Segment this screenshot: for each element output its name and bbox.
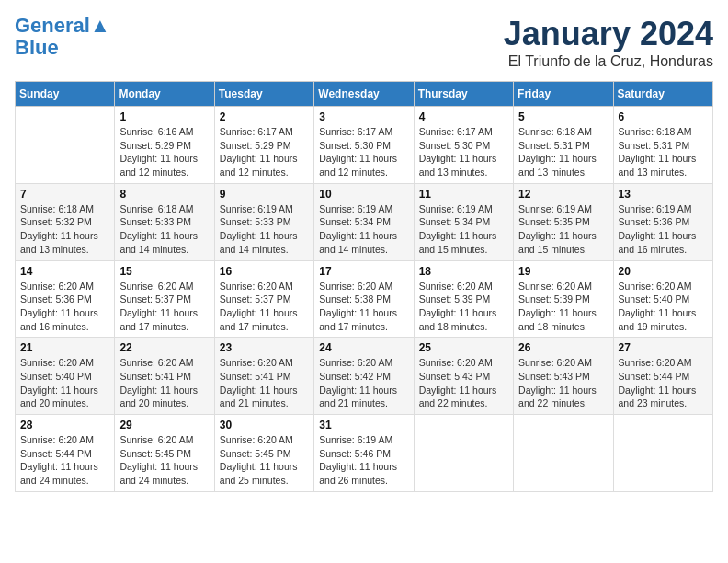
day-info: Sunrise: 6:19 AM Sunset: 5:35 PM Dayligh…: [518, 202, 608, 257]
day-number: 26: [518, 341, 608, 354]
calendar-cell: 12Sunrise: 6:19 AM Sunset: 5:35 PM Dayli…: [514, 183, 613, 260]
weekday-header: Tuesday: [214, 82, 313, 107]
month-title: January 2024: [504, 15, 713, 53]
day-info: Sunrise: 6:19 AM Sunset: 5:33 PM Dayligh…: [220, 202, 309, 257]
calendar-cell: 15Sunrise: 6:20 AM Sunset: 5:37 PM Dayli…: [115, 260, 214, 338]
calendar-cell: 8Sunrise: 6:18 AM Sunset: 5:33 PM Daylig…: [115, 183, 214, 260]
day-info: Sunrise: 6:20 AM Sunset: 5:36 PM Dayligh…: [20, 280, 109, 334]
calendar-body: 1Sunrise: 6:16 AM Sunset: 5:29 PM Daylig…: [16, 107, 713, 492]
day-info: Sunrise: 6:18 AM Sunset: 5:32 PM Dayligh…: [20, 202, 109, 257]
calendar-cell: [613, 415, 712, 492]
day-info: Sunrise: 6:20 AM Sunset: 5:37 PM Dayligh…: [119, 280, 209, 334]
calendar-cell: 26Sunrise: 6:20 AM Sunset: 5:43 PM Dayli…: [514, 338, 613, 415]
calendar-cell: 10Sunrise: 6:19 AM Sunset: 5:34 PM Dayli…: [314, 183, 414, 260]
page-header: General▲Blue January 2024 El Triunfo de …: [15, 15, 713, 70]
day-info: Sunrise: 6:20 AM Sunset: 5:39 PM Dayligh…: [518, 280, 608, 334]
weekday-header: Thursday: [414, 82, 513, 107]
day-number: 6: [619, 110, 708, 123]
calendar-cell: [414, 415, 513, 492]
day-info: Sunrise: 6:18 AM Sunset: 5:33 PM Dayligh…: [119, 202, 209, 257]
calendar-cell: 5Sunrise: 6:18 AM Sunset: 5:31 PM Daylig…: [514, 107, 613, 184]
day-number: 16: [220, 265, 309, 278]
calendar-table: SundayMondayTuesdayWednesdayThursdayFrid…: [15, 81, 713, 492]
day-number: 24: [319, 341, 408, 354]
day-info: Sunrise: 6:20 AM Sunset: 5:39 PM Dayligh…: [419, 280, 508, 334]
calendar-cell: [514, 415, 613, 492]
calendar-cell: 9Sunrise: 6:19 AM Sunset: 5:33 PM Daylig…: [214, 183, 313, 260]
weekday-header: Friday: [514, 82, 613, 107]
day-number: 22: [119, 341, 209, 354]
day-info: Sunrise: 6:20 AM Sunset: 5:44 PM Dayligh…: [619, 356, 708, 410]
day-number: 15: [119, 265, 209, 278]
calendar-header: SundayMondayTuesdayWednesdayThursdayFrid…: [16, 82, 713, 107]
day-number: 13: [619, 188, 708, 201]
calendar-cell: 20Sunrise: 6:20 AM Sunset: 5:40 PM Dayli…: [613, 260, 712, 338]
day-number: 23: [220, 341, 309, 354]
weekday-header: Sunday: [16, 82, 115, 107]
day-number: 21: [20, 341, 109, 354]
day-info: Sunrise: 6:20 AM Sunset: 5:40 PM Dayligh…: [619, 280, 708, 334]
calendar-cell: 23Sunrise: 6:20 AM Sunset: 5:41 PM Dayli…: [214, 338, 313, 415]
day-number: 1: [119, 110, 209, 123]
calendar-cell: 21Sunrise: 6:20 AM Sunset: 5:40 PM Dayli…: [16, 338, 115, 415]
weekday-header: Monday: [115, 82, 214, 107]
day-number: 12: [518, 188, 608, 201]
day-number: 25: [419, 341, 508, 354]
day-info: Sunrise: 6:17 AM Sunset: 5:30 PM Dayligh…: [319, 125, 408, 179]
day-number: 31: [319, 419, 408, 431]
calendar-cell: 6Sunrise: 6:18 AM Sunset: 5:31 PM Daylig…: [613, 107, 712, 184]
day-number: 10: [319, 188, 408, 201]
day-number: 17: [319, 265, 408, 278]
calendar-cell: 24Sunrise: 6:20 AM Sunset: 5:42 PM Dayli…: [314, 338, 414, 415]
calendar-cell: 29Sunrise: 6:20 AM Sunset: 5:45 PM Dayli…: [115, 415, 214, 492]
calendar-week: 21Sunrise: 6:20 AM Sunset: 5:40 PM Dayli…: [16, 338, 713, 415]
day-number: 7: [20, 188, 109, 201]
day-number: 29: [119, 419, 209, 431]
calendar-cell: 3Sunrise: 6:17 AM Sunset: 5:30 PM Daylig…: [314, 107, 414, 184]
day-info: Sunrise: 6:19 AM Sunset: 5:34 PM Dayligh…: [419, 202, 508, 257]
day-info: Sunrise: 6:19 AM Sunset: 5:34 PM Dayligh…: [319, 202, 408, 257]
calendar-cell: 31Sunrise: 6:19 AM Sunset: 5:46 PM Dayli…: [314, 415, 414, 492]
day-number: 3: [319, 110, 408, 123]
day-info: Sunrise: 6:20 AM Sunset: 5:43 PM Dayligh…: [518, 356, 608, 410]
calendar-cell: 27Sunrise: 6:20 AM Sunset: 5:44 PM Dayli…: [613, 338, 712, 415]
calendar-cell: 16Sunrise: 6:20 AM Sunset: 5:37 PM Dayli…: [214, 260, 313, 338]
day-number: 18: [419, 265, 508, 278]
day-info: Sunrise: 6:19 AM Sunset: 5:46 PM Dayligh…: [319, 433, 408, 488]
logo: General▲Blue: [15, 15, 110, 59]
day-info: Sunrise: 6:17 AM Sunset: 5:29 PM Dayligh…: [220, 125, 309, 179]
day-number: 9: [220, 188, 309, 201]
calendar-cell: 4Sunrise: 6:17 AM Sunset: 5:30 PM Daylig…: [414, 107, 513, 184]
day-info: Sunrise: 6:18 AM Sunset: 5:31 PM Dayligh…: [518, 125, 608, 179]
title-block: January 2024 El Triunfo de la Cruz, Hond…: [504, 15, 713, 70]
calendar-cell: 2Sunrise: 6:17 AM Sunset: 5:29 PM Daylig…: [214, 107, 313, 184]
day-number: 2: [220, 110, 309, 123]
calendar-cell: 11Sunrise: 6:19 AM Sunset: 5:34 PM Dayli…: [414, 183, 513, 260]
day-info: Sunrise: 6:20 AM Sunset: 5:37 PM Dayligh…: [220, 280, 309, 334]
calendar-week: 28Sunrise: 6:20 AM Sunset: 5:44 PM Dayli…: [16, 415, 713, 492]
day-number: 8: [119, 188, 209, 201]
day-info: Sunrise: 6:17 AM Sunset: 5:30 PM Dayligh…: [419, 125, 508, 179]
day-number: 4: [419, 110, 508, 123]
day-info: Sunrise: 6:20 AM Sunset: 5:43 PM Dayligh…: [419, 356, 508, 410]
day-number: 30: [220, 419, 309, 431]
day-info: Sunrise: 6:20 AM Sunset: 5:45 PM Dayligh…: [220, 433, 309, 488]
day-info: Sunrise: 6:20 AM Sunset: 5:45 PM Dayligh…: [119, 433, 209, 488]
day-number: 19: [518, 265, 608, 278]
logo-text: General▲Blue: [15, 15, 110, 59]
day-info: Sunrise: 6:20 AM Sunset: 5:41 PM Dayligh…: [220, 356, 309, 410]
day-info: Sunrise: 6:20 AM Sunset: 5:40 PM Dayligh…: [20, 356, 109, 410]
day-number: 11: [419, 188, 508, 201]
calendar-cell: 17Sunrise: 6:20 AM Sunset: 5:38 PM Dayli…: [314, 260, 414, 338]
calendar-cell: 7Sunrise: 6:18 AM Sunset: 5:32 PM Daylig…: [16, 183, 115, 260]
day-number: 14: [20, 265, 109, 278]
day-number: 5: [518, 110, 608, 123]
day-info: Sunrise: 6:20 AM Sunset: 5:38 PM Dayligh…: [319, 280, 408, 334]
day-info: Sunrise: 6:19 AM Sunset: 5:36 PM Dayligh…: [619, 202, 708, 257]
day-info: Sunrise: 6:20 AM Sunset: 5:42 PM Dayligh…: [319, 356, 408, 410]
day-number: 27: [619, 341, 708, 354]
calendar-week: 1Sunrise: 6:16 AM Sunset: 5:29 PM Daylig…: [16, 107, 713, 184]
calendar-cell: 18Sunrise: 6:20 AM Sunset: 5:39 PM Dayli…: [414, 260, 513, 338]
weekday-header: Saturday: [613, 82, 712, 107]
calendar-cell: 28Sunrise: 6:20 AM Sunset: 5:44 PM Dayli…: [16, 415, 115, 492]
